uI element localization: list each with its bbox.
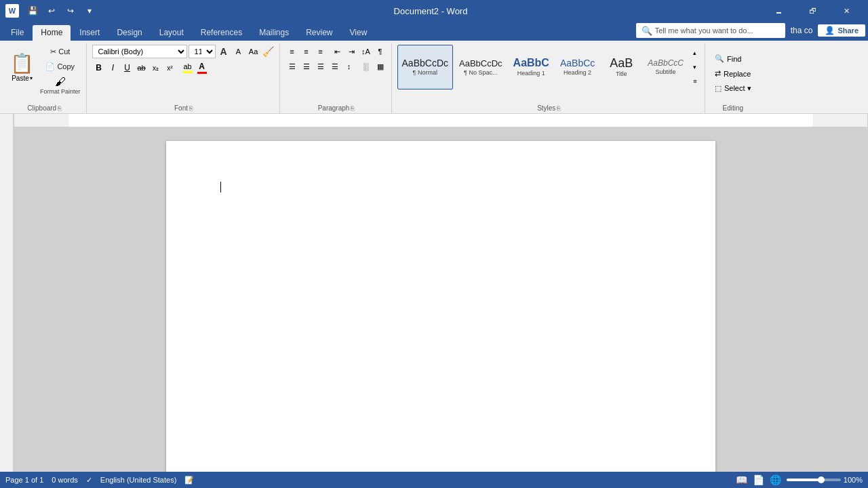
language-indicator[interactable]: English (United States)	[100, 476, 177, 484]
find-icon: 🔍	[715, 54, 724, 63]
shading-button[interactable]: ░	[359, 60, 373, 73]
save-qat-button[interactable]: 💾	[24, 3, 41, 19]
restore-button[interactable]: 🗗	[797, 0, 829, 22]
tab-view[interactable]: View	[342, 25, 376, 41]
vertical-ruler	[0, 127, 14, 472]
page-indicator: Page 1 of 1	[5, 476, 43, 484]
highlight-color-bar	[183, 71, 193, 73]
styles-scroll-down-button[interactable]: ▾	[690, 60, 701, 74]
font-size-select[interactable]: 11	[189, 45, 216, 58]
tab-file[interactable]: File	[3, 25, 32, 41]
find-button[interactable]: 🔍 Find	[711, 52, 745, 66]
tell-me-input[interactable]: 🔍 Tell me what you want to do...	[636, 23, 785, 38]
clipboard-expand-icon[interactable]: ⎘	[58, 105, 61, 112]
tab-insert[interactable]: Insert	[71, 25, 108, 41]
ruler-margin-right	[813, 114, 867, 127]
app-title: Document2 - Word	[394, 6, 468, 16]
bullets-button[interactable]: ≡	[285, 45, 299, 58]
underline-button[interactable]: U	[121, 61, 134, 75]
close-button[interactable]: ✕	[831, 0, 863, 22]
cursor	[220, 182, 221, 192]
zoom-thumb[interactable]	[818, 476, 825, 483]
style-title[interactable]: AaB Title	[601, 45, 642, 89]
show-para-button[interactable]: ¶	[374, 45, 387, 58]
select-button[interactable]: ⬚ Select ▾	[711, 82, 755, 96]
style-subtitle-label: Subtitle	[656, 68, 676, 75]
undo-qat-button[interactable]: ↩	[43, 3, 60, 19]
clipboard-right: ✂ Cut 📄 Copy 🖌 Format Painter	[39, 45, 82, 96]
decrease-indent-button[interactable]: ⇤	[331, 45, 344, 58]
tab-layout[interactable]: Layout	[151, 25, 192, 41]
font-family-select[interactable]: Calibri (Body)	[92, 45, 187, 58]
document-area[interactable]	[14, 127, 868, 472]
grow-font-button[interactable]: A	[217, 45, 231, 58]
tab-references[interactable]: References	[193, 25, 250, 41]
replace-label: Replace	[724, 70, 751, 78]
align-center-button[interactable]: ☰	[300, 60, 313, 73]
font-color-button[interactable]: A	[195, 61, 209, 75]
redo-qat-button[interactable]: ↪	[62, 3, 79, 19]
minimize-button[interactable]: 🗕	[764, 0, 795, 22]
user-name: tha co	[791, 26, 813, 35]
qat-dropdown-button[interactable]: ▾	[81, 3, 98, 19]
format-painter-button[interactable]: 🖌 Format Painter	[39, 75, 82, 96]
signin-area: tha co 👤 Share	[791, 24, 865, 37]
align-left-button[interactable]: ☰	[285, 60, 299, 73]
tab-review[interactable]: Review	[298, 25, 340, 41]
subscript-button[interactable]: x₂	[149, 61, 163, 75]
cut-button[interactable]: ✂ Cut	[39, 45, 82, 58]
format-painter-icon: 🖌	[55, 76, 66, 88]
zoom-area: 100%	[787, 476, 863, 484]
zoom-fill	[787, 479, 819, 481]
ribbon: 📋 Paste ▾ ✂ Cut 📄 Copy 🖌 Format Painter	[0, 41, 868, 114]
title-bar-right: 🗕 🗗 ✕	[764, 0, 863, 22]
paste-icon: 📋	[10, 52, 34, 75]
styles-scroll-buttons: ▴ ▾ ≡	[690, 45, 701, 89]
strikethrough-button[interactable]: ab	[135, 61, 149, 75]
ribbon-tabs: File Home Insert Design Layout Reference…	[0, 22, 868, 41]
tab-mailings[interactable]: Mailings	[251, 25, 297, 41]
styles-expand-icon[interactable]: ⎘	[557, 105, 560, 112]
justify-button[interactable]: ☰	[328, 60, 342, 73]
document-page[interactable]	[166, 141, 715, 472]
clipboard-group: 📋 Paste ▾ ✂ Cut 📄 Copy 🖌 Format Painter	[3, 43, 87, 113]
style-normal[interactable]: AaBbCcDc ¶ Normal	[397, 45, 453, 89]
styles-more-button[interactable]: ≡	[690, 75, 701, 88]
shrink-font-button[interactable]: A	[232, 45, 245, 58]
tab-home[interactable]: Home	[33, 25, 71, 41]
format-painter-label: Format Painter	[40, 88, 81, 95]
track-changes-icon[interactable]: 📝	[184, 476, 194, 485]
styles-scroll-up-button[interactable]: ▴	[690, 46, 701, 60]
spell-check-icon[interactable]: ✓	[86, 476, 92, 485]
editing-label: Editing	[723, 102, 744, 112]
style-heading1[interactable]: AaBbC Heading 1	[509, 45, 554, 89]
numbering-button[interactable]: ≡	[300, 45, 313, 58]
highlight-button[interactable]: ab	[181, 61, 195, 75]
italic-button[interactable]: I	[106, 61, 120, 75]
bold-button[interactable]: B	[92, 61, 106, 75]
style-subtitle[interactable]: AaBbCcC Subtitle	[643, 45, 688, 89]
line-spacing-button[interactable]: ↕	[342, 60, 356, 73]
align-right-button[interactable]: ☰	[314, 60, 328, 73]
change-case-button[interactable]: Aa	[247, 45, 260, 58]
read-mode-icon[interactable]: 📖	[736, 474, 747, 485]
tab-design[interactable]: Design	[108, 25, 150, 41]
share-button[interactable]: 👤 Share	[818, 24, 865, 37]
zoom-slider[interactable]	[787, 479, 841, 481]
web-layout-icon[interactable]: 🌐	[770, 474, 781, 485]
superscript-button[interactable]: x²	[163, 61, 177, 75]
paste-button[interactable]: 📋 Paste ▾	[7, 45, 37, 89]
replace-button[interactable]: ⇄ Replace	[711, 67, 755, 81]
print-layout-icon[interactable]: 📄	[753, 474, 764, 485]
increase-indent-button[interactable]: ⇥	[345, 45, 359, 58]
style-heading2[interactable]: AaBbCc Heading 2	[555, 45, 599, 89]
style-nospace[interactable]: AaBbCcDc ¶ No Spac...	[454, 45, 507, 89]
style-normal-preview: AaBbCcDc	[402, 58, 448, 68]
clear-formatting-button[interactable]: 🧹	[262, 45, 275, 58]
borders-button[interactable]: ▦	[374, 60, 387, 73]
paragraph-expand-icon[interactable]: ⎘	[351, 105, 354, 112]
sort-button[interactable]: ↕A	[359, 45, 373, 58]
multilevel-button[interactable]: ≡	[314, 45, 328, 58]
copy-button[interactable]: 📄 Copy	[39, 60, 82, 73]
font-expand-icon[interactable]: ⎘	[189, 105, 193, 112]
